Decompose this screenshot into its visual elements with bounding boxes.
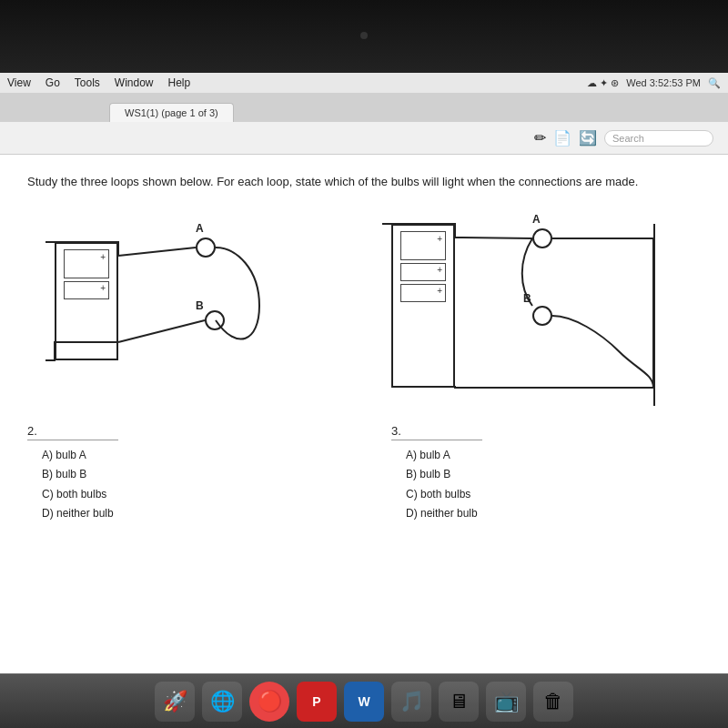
dock-music[interactable]: 🎵 bbox=[391, 682, 431, 722]
laptop-bezel bbox=[0, 0, 728, 73]
main-content: Study the three loops shown below. For e… bbox=[0, 155, 728, 673]
dock-safari[interactable]: 🌐 bbox=[202, 682, 242, 722]
datetime: Wed 3:52:53 PM bbox=[626, 77, 701, 88]
dock-trash[interactable]: 🗑 bbox=[533, 682, 573, 722]
dock-chrome[interactable]: 🔴 bbox=[249, 682, 289, 722]
question-2-block: 2. A) bulb A B) bulb B C) both bulbs D) … bbox=[27, 424, 282, 524]
answer-options-2: A) bulb A B) bulb B C) both bulbs D) nei… bbox=[27, 446, 282, 524]
question-3-number: 3. bbox=[391, 424, 482, 440]
option-3b[interactable]: B) bulb B bbox=[406, 465, 646, 485]
option-3a[interactable]: A) bulb A bbox=[406, 446, 646, 466]
option-2d[interactable]: D) neither bulb bbox=[42, 504, 282, 524]
option-3c[interactable]: C) both bulbs bbox=[406, 485, 646, 505]
circuit-diagram-2: A B bbox=[27, 206, 282, 406]
option-2c[interactable]: C) both bulbs bbox=[42, 485, 282, 505]
tab-bar: WS1(1) (page 1 of 3) bbox=[0, 93, 728, 122]
option-2b[interactable]: B) bulb B bbox=[42, 465, 282, 485]
battery-status: ☁ ✦ ⊛ bbox=[587, 77, 619, 89]
edit-icon[interactable]: ✏ bbox=[534, 129, 546, 147]
document-tab[interactable]: WS1(1) (page 1 of 3) bbox=[109, 103, 234, 122]
menu-view[interactable]: View bbox=[7, 76, 31, 89]
menu-tools[interactable]: Tools bbox=[75, 76, 100, 89]
question-3-block: 3. A) bulb A B) bulb B C) both bulbs D) … bbox=[391, 424, 646, 524]
menu-help[interactable]: Help bbox=[168, 76, 191, 89]
menu-window[interactable]: Window bbox=[115, 76, 154, 89]
menu-bar: View Go Tools Window Help ☁ ✦ ⊛ Wed 3:52… bbox=[0, 73, 728, 93]
menu-right: ☁ ✦ ⊛ Wed 3:52:53 PM 🔍 bbox=[587, 77, 721, 89]
circuit-diagram-3: A B bbox=[364, 206, 655, 406]
camera bbox=[360, 32, 368, 39]
question-2-number: 2. bbox=[27, 424, 118, 440]
diagrams-row: A B bbox=[27, 206, 701, 406]
search-icon[interactable]: 🔍 bbox=[708, 77, 721, 89]
option-3d[interactable]: D) neither bulb bbox=[406, 504, 646, 524]
taskbar: 🚀 🌐 🔴 P W 🎵 🖥 📺 🗑 bbox=[0, 673, 728, 728]
instruction-text: Study the three loops shown below. For e… bbox=[27, 173, 701, 191]
option-2a[interactable]: A) bulb A bbox=[42, 446, 282, 466]
answer-options-3: A) bulb A B) bulb B C) both bulbs D) nei… bbox=[391, 446, 646, 524]
circuit-wires-3 bbox=[364, 206, 655, 406]
toolbar: ✏ 📄 🔄 Search bbox=[0, 122, 728, 155]
dock-tv[interactable]: 📺 bbox=[486, 682, 526, 722]
circuit-wires-2 bbox=[27, 206, 282, 406]
search-box[interactable]: Search bbox=[604, 130, 713, 147]
questions-row: 2. A) bulb A B) bulb B C) both bulbs D) … bbox=[27, 424, 701, 524]
refresh-icon[interactable]: 🔄 bbox=[579, 129, 597, 147]
dock-word[interactable]: W bbox=[344, 682, 384, 722]
menu-go[interactable]: Go bbox=[46, 76, 60, 89]
page-icon[interactable]: 📄 bbox=[553, 129, 571, 147]
dock-screen[interactable]: 🖥 bbox=[439, 682, 479, 722]
dock-pdf[interactable]: P bbox=[297, 682, 337, 722]
dock-finder[interactable]: 🚀 bbox=[155, 682, 195, 722]
